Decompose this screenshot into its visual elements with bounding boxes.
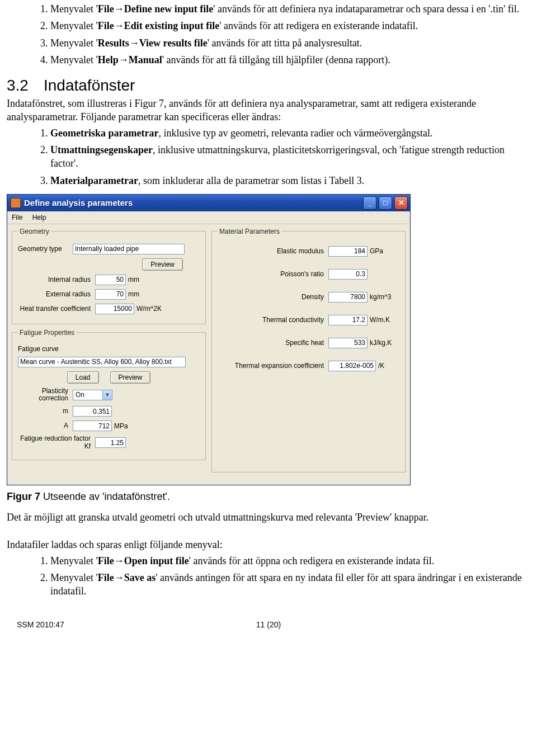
paragraph: Det är möjligt att granska utvald geomet…	[7, 511, 530, 524]
thermal-exp-input[interactable]	[328, 361, 376, 371]
fatigue-curve-label: Fatigue curve	[18, 345, 59, 353]
material-group: Material Parameters Elastic modulus GPa …	[211, 228, 406, 472]
poisson-label: Poisson's ratio	[218, 271, 328, 278]
fatigue-legend: Fatigue Properties	[18, 329, 76, 337]
footer-page-number: 11 (20)	[256, 620, 281, 629]
fatigue-load-button[interactable]: Load	[67, 371, 99, 384]
elastic-modulus-unit: GPa	[370, 247, 383, 255]
thermal-cond-label: Thermal conductivity	[218, 316, 328, 324]
paragraph: Indatafiler laddas och sparas enligt föl…	[7, 538, 530, 551]
close-button[interactable]: ✕	[394, 196, 408, 210]
kf-input[interactable]	[95, 437, 126, 448]
plasticity-label: Plasticity correction	[18, 388, 73, 402]
list-item: Utmattningsegenskaper, inklusive utmattn…	[50, 143, 530, 171]
geometry-group: Geometry Geometry type Preview Internal …	[12, 228, 206, 324]
chevron-down-icon[interactable]: ▼	[102, 390, 112, 400]
list-item: Menyvalet 'File→Open input file' används…	[50, 554, 530, 568]
geometry-type-label: Geometry type	[18, 245, 73, 253]
list-item: Menyvalet 'File→Edit existing input file…	[50, 19, 530, 32]
section-heading: 3.2Indatafönster	[7, 77, 530, 94]
figure-window: Define analysis parameters _ □ ✕ File He…	[7, 194, 411, 485]
geometry-preview-button[interactable]: Preview	[142, 258, 183, 271]
fatigue-curve-input[interactable]	[18, 357, 186, 367]
poisson-input[interactable]	[328, 269, 368, 280]
density-input[interactable]	[328, 292, 368, 303]
internal-radius-input[interactable]	[95, 275, 126, 285]
geometry-legend: Geometry	[18, 228, 51, 235]
specific-heat-input[interactable]	[328, 338, 368, 348]
thermal-exp-label: Thermal expansion coefficient	[218, 362, 328, 370]
menu-file[interactable]: File	[12, 214, 22, 221]
a-label: A	[18, 422, 73, 429]
thermal-cond-input[interactable]	[328, 315, 368, 325]
geometry-type-input[interactable]	[73, 244, 185, 254]
param-list: Geometriska parametrar, inklusive typ av…	[7, 126, 530, 187]
window-title: Define analysis parameters	[24, 198, 361, 207]
specific-heat-unit: kJ/kg.K	[370, 339, 392, 347]
m-input[interactable]	[73, 406, 112, 417]
menu-help[interactable]: Help	[32, 214, 46, 221]
a-unit: MPa	[114, 422, 128, 430]
titlebar: Define analysis parameters _ □ ✕	[7, 195, 410, 211]
fatigue-group: Fatigue Properties Fatigue curve Load Pr…	[12, 329, 206, 460]
external-radius-input[interactable]	[95, 289, 126, 300]
list-item: Menyvalet 'File→Save as' används antinge…	[50, 571, 530, 598]
internal-radius-unit: mm	[128, 276, 139, 284]
fatigue-preview-button[interactable]: Preview	[110, 371, 151, 384]
heat-transfer-unit: W/m^2K	[136, 305, 162, 313]
menu-list-bottom: Menyvalet 'File→Open input file' används…	[7, 554, 530, 598]
list-item: Menyvalet 'File→Define new input file' a…	[50, 2, 530, 16]
app-icon	[11, 198, 21, 208]
elastic-modulus-label: Elastic modulus	[218, 248, 328, 255]
external-radius-unit: mm	[128, 290, 139, 298]
external-radius-label: External radius	[18, 291, 95, 298]
thermal-cond-unit: W/m.K	[370, 316, 390, 324]
internal-radius-label: Internal radius	[18, 276, 95, 284]
density-unit: kg/m^3	[370, 293, 391, 301]
m-label: m	[18, 408, 73, 415]
footer-left: SSM 2010:47	[17, 620, 64, 629]
density-label: Density	[218, 294, 328, 301]
paragraph: Indatafönstret, som illustreras i Figur …	[7, 97, 530, 124]
material-legend: Material Parameters	[218, 228, 281, 235]
list-item: Geometriska parametrar, inklusive typ av…	[50, 126, 530, 140]
heat-transfer-label: Heat transfer coefficient	[18, 305, 95, 313]
thermal-exp-unit: /K	[378, 362, 384, 370]
plasticity-dropdown[interactable]: On ▼	[73, 390, 112, 400]
elastic-modulus-input[interactable]	[328, 246, 368, 257]
a-input[interactable]	[73, 420, 112, 431]
list-item: Menyvalet 'Results→View results file' an…	[50, 36, 530, 50]
maximize-button[interactable]: □	[379, 196, 392, 210]
list-item: Menyvalet 'Help→Manual' används för att …	[50, 53, 530, 67]
menu-list-top: Menyvalet 'File→Define new input file' a…	[7, 2, 530, 67]
page-footer: SSM 2010:47 11 (20)	[7, 620, 530, 632]
heat-transfer-input[interactable]	[95, 304, 134, 314]
specific-heat-label: Specific heat	[218, 339, 328, 347]
menubar: File Help	[7, 211, 410, 224]
minimize-button[interactable]: _	[363, 196, 376, 210]
list-item: Materialparametrar, som inkluderar alla …	[50, 174, 530, 187]
figure-caption: Figur 7 Utseende av 'indatafönstret'.	[7, 491, 530, 503]
kf-label: Fatigue reduction factor Kf	[18, 435, 95, 450]
